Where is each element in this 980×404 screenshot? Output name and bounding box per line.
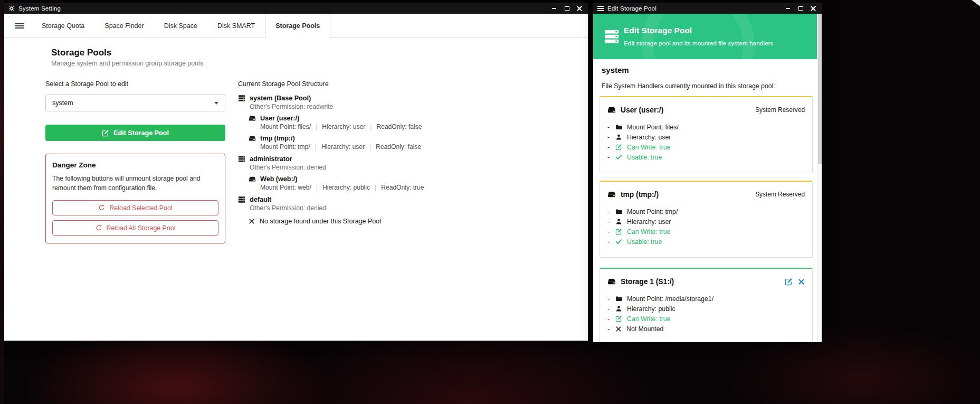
hdd-icon [249,135,256,142]
tab-storage-pools[interactable]: Storage Pools [265,14,330,38]
storage-name: tmp (tmp:/) [260,135,295,142]
edit-icon [615,228,622,235]
edit-storage-pool-button[interactable]: Edit Storage Pool [45,125,225,141]
detail-text: Hierarchy: user [627,218,671,226]
page-subtitle: Manage system and permission group stora… [51,60,203,67]
remove-handler-button[interactable] [798,278,805,285]
hdd-icon [249,115,256,122]
maximize-button[interactable] [560,4,573,13]
detail-text: Mount Point: files/ [627,124,679,131]
close-button[interactable] [573,4,586,13]
handler-detail-row: Hierarchy: public [607,304,805,314]
edit-icon [102,129,109,137]
window-controls [782,4,820,13]
detail-text: Mount Point: tmp/ [627,208,678,215]
detail-text: Can Write: true [627,228,670,236]
storage-pool-select[interactable]: system [45,95,225,111]
tab-storage-quota[interactable]: Storage Quota [32,14,94,37]
handler-actions [785,278,805,286]
hdd-icon [607,277,616,286]
handler-detail-row: Usable: true [607,237,805,247]
minimize-button[interactable] [548,4,560,13]
hierarchy: Hierarchy: public [322,184,370,191]
hdd-icon [607,190,616,199]
maximize-button[interactable] [794,4,807,13]
pool-name: default [250,196,271,203]
window-controls [548,4,586,13]
pool-node: default Other's Permission: denied No st… [238,196,575,225]
storage-details: Mount Point: files/ Hierarchy: user Read… [260,123,575,130]
banner-subtitle: Edit storage pool and its mounted file s… [624,40,773,47]
pool-permission: Other's Permission: readwrite [250,103,575,110]
danger-zone: Danger Zone The following buttons will u… [45,154,225,243]
mount-point: Mount Point: tmp/ [260,143,310,151]
reload-selected-pool-label: Reload Selected Pool [109,204,172,212]
minimize-button[interactable] [782,4,794,13]
separator [316,184,318,191]
fs-handler-card: tmp (tmp:/) System Reserved Mount Point:… [600,181,813,258]
pool-node: administrator Other's Permission: denied… [238,155,575,191]
system-setting-window: System Setting Storage Quota Space Finde… [4,3,588,341]
fs-handler-card: Storage 1 (S1:/) Mount Point: /media/sto… [600,268,813,342]
folder-icon [615,208,622,215]
hdd-icon [249,175,256,183]
structure-title: Current Storage Pool Structure [238,80,575,88]
tab-space-finder[interactable]: Space Finder [94,14,154,37]
handler-detail-row: Can Write: true [607,314,805,324]
window-title: System Setting [18,5,61,12]
storage-node: User (user:/) Mount Point: files/ Hierar… [249,115,575,130]
tab-disk-smart[interactable]: Disk SMART [207,14,265,37]
edit-titlebar: Edit Storage Pool [593,3,822,14]
close-icon [577,6,582,11]
readonly: ReadOnly: true [381,184,424,191]
pool-name: administrator [250,155,292,163]
detail-text: Can Write: true [627,315,670,323]
reload-all-pool-button[interactable]: Reload All Storage Pool [52,220,218,236]
handler-name: tmp (tmp:/) [621,191,659,199]
hamburger-icon [15,22,24,30]
user-icon [615,134,622,140]
maximize-icon [798,6,803,11]
readonly: ReadOnly: false [376,123,422,130]
pool-permission: Other's Permission: denied [250,204,575,212]
handlers-description: File System Handlers currently mounted i… [602,82,775,90]
edited-pool-name: system [602,65,629,74]
detail-text: Not Mounted [626,325,663,333]
minimize-icon [552,8,556,9]
danger-zone-title: Danger Zone [52,161,218,169]
gear-icon [8,5,15,12]
x-mark-icon [615,326,622,332]
separator [375,184,376,191]
mount-point: Mount Point: files/ [260,123,311,130]
edit-handler-button[interactable] [785,278,793,286]
separator [370,123,372,130]
separator [315,143,317,151]
danger-zone-text: The following buttons will unmount stora… [52,174,218,193]
server-icon [238,95,245,102]
pool-node: system (Base Pool) Other's Permission: r… [238,95,575,151]
edit-storage-pool-window: Edit Storage Pool Edit Storage Pool Edit… [593,3,822,342]
menu-button[interactable] [12,14,27,37]
handler-detail-row: Can Write: true [607,142,805,152]
system-reserved-badge: System Reserved [755,191,805,198]
close-button[interactable] [807,4,820,13]
edit-storage-pool-button-label: Edit Storage Pool [113,129,169,137]
select-pool-label: Select a Storage Pool to edit [45,80,128,88]
caret-down-icon [214,102,218,105]
system-reserved-badge: System Reserved [755,106,805,114]
tab-disk-space[interactable]: Disk Space [154,14,207,37]
handler-detail-row: Mount Point: files/ [607,122,805,132]
server-icon [238,155,245,163]
main-titlebar: System Setting [4,3,588,14]
folder-icon [615,124,622,130]
handler-detail-row: Not Mounted [607,324,805,334]
separator [316,123,317,130]
scrollbar-thumb[interactable] [818,14,822,164]
scrollbar-track[interactable] [817,14,822,342]
minimize-icon [786,8,790,9]
hierarchy: Hierarchy: user [322,123,365,130]
storage-pool-select-value: system [52,99,73,107]
reload-selected-pool-button[interactable]: Reload Selected Pool [52,200,218,215]
storage-details: Mount Point: web/ Hierarchy: public Read… [260,184,575,191]
window-title: Edit Storage Pool [607,5,656,12]
